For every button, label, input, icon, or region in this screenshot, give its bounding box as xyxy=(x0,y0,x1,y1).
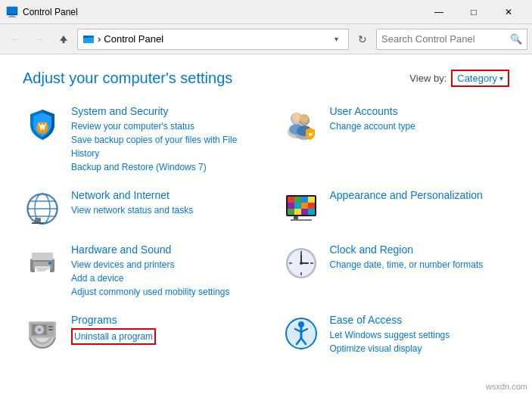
address-path-box[interactable]: › Control Panel ▾ xyxy=(77,29,349,50)
svg-rect-41 xyxy=(294,209,301,215)
svg-rect-43 xyxy=(308,209,315,215)
network-link-1[interactable]: View network status and tasks xyxy=(71,203,251,217)
breadcrumb-separator: › xyxy=(98,33,101,45)
clock-icon xyxy=(282,244,321,283)
system-security-name[interactable]: System and Security xyxy=(71,105,251,117)
system-security-icon xyxy=(23,105,62,144)
category-hardware: Hardware and Sound View devices and prin… xyxy=(23,244,251,299)
svg-rect-3 xyxy=(8,17,16,17)
header-row: Adjust your computer's settings View by:… xyxy=(23,70,509,87)
svg-rect-2 xyxy=(10,15,14,17)
address-dropdown-arrow[interactable]: ▾ xyxy=(328,35,344,43)
category-system-security: System and Security Review your computer… xyxy=(23,105,251,174)
up-button[interactable] xyxy=(53,29,74,50)
svg-rect-40 xyxy=(288,209,294,215)
page-title: Adjust your computer's settings xyxy=(23,70,232,87)
view-by-dropdown[interactable]: Category ▾ xyxy=(451,70,509,87)
svg-point-51 xyxy=(48,262,51,265)
svg-point-63 xyxy=(300,262,303,265)
view-by-label: View by: xyxy=(409,73,446,84)
svg-rect-38 xyxy=(301,203,308,209)
hardware-text: Hardware and Sound View devices and prin… xyxy=(71,244,251,299)
svg-rect-37 xyxy=(294,203,301,209)
svg-point-76 xyxy=(38,328,41,331)
view-by-control: View by: Category ▾ xyxy=(409,70,509,87)
window-title: Control Panel xyxy=(23,7,422,17)
refresh-button[interactable]: ↻ xyxy=(352,29,373,50)
maximize-button[interactable]: □ xyxy=(456,0,491,24)
svg-rect-33 xyxy=(294,197,301,203)
svg-point-21 xyxy=(300,115,308,123)
category-appearance: Appearance and Personalization xyxy=(282,189,510,228)
forward-button[interactable]: → xyxy=(29,29,50,50)
appearance-text: Appearance and Personalization xyxy=(330,189,510,203)
category-network: Network and Internet View network status… xyxy=(23,189,251,228)
user-accounts-name[interactable]: User Accounts xyxy=(330,105,510,117)
categories-grid: System and Security Review your computer… xyxy=(23,105,509,355)
path-icon xyxy=(82,33,95,45)
window-controls: — □ ✕ xyxy=(422,0,526,24)
svg-rect-35 xyxy=(308,197,315,203)
category-user-accounts: User Accounts Change account type xyxy=(282,105,510,174)
hardware-icon xyxy=(23,244,62,283)
svg-rect-7 xyxy=(83,38,94,43)
hardware-link-2[interactable]: Add a device xyxy=(71,271,251,285)
close-button[interactable]: ✕ xyxy=(491,0,526,24)
ease-of-access-name[interactable]: Ease of Access xyxy=(330,314,510,326)
search-icon: 🔍 xyxy=(510,33,522,45)
category-ease-of-access: Ease of Access Let Windows suggest setti… xyxy=(282,314,510,355)
minimize-button[interactable]: — xyxy=(422,0,456,24)
hardware-link-1[interactable]: View devices and printers xyxy=(71,258,251,271)
search-input[interactable] xyxy=(381,33,510,45)
breadcrumb-current: Control Panel xyxy=(104,33,163,45)
title-bar: Control Panel — □ ✕ xyxy=(0,0,532,24)
clock-text: Clock and Region Change date, time, or n… xyxy=(330,244,510,271)
ease-link-1[interactable]: Let Windows suggest settings xyxy=(330,328,510,342)
programs-name[interactable]: Programs xyxy=(71,314,251,326)
svg-rect-50 xyxy=(35,266,50,269)
svg-rect-45 xyxy=(291,219,312,221)
app-icon xyxy=(6,6,18,18)
user-accounts-icon xyxy=(282,105,321,144)
svg-rect-44 xyxy=(294,216,298,219)
svg-rect-39 xyxy=(308,203,315,209)
user-accounts-text: User Accounts Change account type xyxy=(330,105,510,133)
svg-rect-73 xyxy=(48,326,53,327)
clock-name[interactable]: Clock and Region xyxy=(330,244,510,256)
svg-rect-1 xyxy=(7,14,17,15)
svg-rect-74 xyxy=(48,329,53,330)
network-name[interactable]: Network and Internet xyxy=(71,189,251,201)
svg-rect-48 xyxy=(32,253,53,260)
system-security-link-2[interactable]: Save backup copies of your files with Fi… xyxy=(71,133,251,160)
ease-of-access-icon xyxy=(282,314,321,353)
svg-rect-5 xyxy=(63,41,65,43)
system-security-link-3[interactable]: Backup and Restore (Windows 7) xyxy=(71,160,251,174)
svg-rect-32 xyxy=(288,197,294,203)
dropdown-arrow-icon: ▾ xyxy=(499,74,503,82)
programs-text: Programs Uninstall a program xyxy=(71,314,251,345)
search-box[interactable]: 🔍 xyxy=(376,29,527,50)
main-content: Adjust your computer's settings View by:… xyxy=(0,54,532,371)
appearance-icon xyxy=(282,189,321,228)
category-clock: Clock and Region Change date, time, or n… xyxy=(282,244,510,299)
clock-link-1[interactable]: Change date, time, or number formats xyxy=(330,258,510,271)
back-button[interactable]: ← xyxy=(5,29,26,50)
hardware-link-3[interactable]: Adjust commonly used mobility settings xyxy=(71,285,251,299)
ease-link-2[interactable]: Optimize visual display xyxy=(330,342,510,355)
svg-rect-36 xyxy=(288,203,294,209)
watermark: wsxdn.com xyxy=(486,382,527,391)
programs-icon xyxy=(23,314,62,353)
user-accounts-link-1[interactable]: Change account type xyxy=(330,119,510,133)
svg-rect-42 xyxy=(301,209,308,215)
address-bar: ← → › Control Panel ▾ ↻ 🔍 xyxy=(0,24,532,54)
network-icon xyxy=(23,189,62,228)
svg-marker-4 xyxy=(60,36,67,41)
svg-rect-34 xyxy=(301,197,308,203)
view-by-value: Category xyxy=(457,73,497,84)
system-security-link-1[interactable]: Review your computer's status xyxy=(71,119,251,133)
appearance-name[interactable]: Appearance and Personalization xyxy=(330,189,510,201)
category-programs: Programs Uninstall a program xyxy=(23,314,251,355)
svg-rect-8 xyxy=(83,36,88,38)
hardware-name[interactable]: Hardware and Sound xyxy=(71,244,251,256)
programs-link-1[interactable]: Uninstall a program xyxy=(71,328,156,345)
